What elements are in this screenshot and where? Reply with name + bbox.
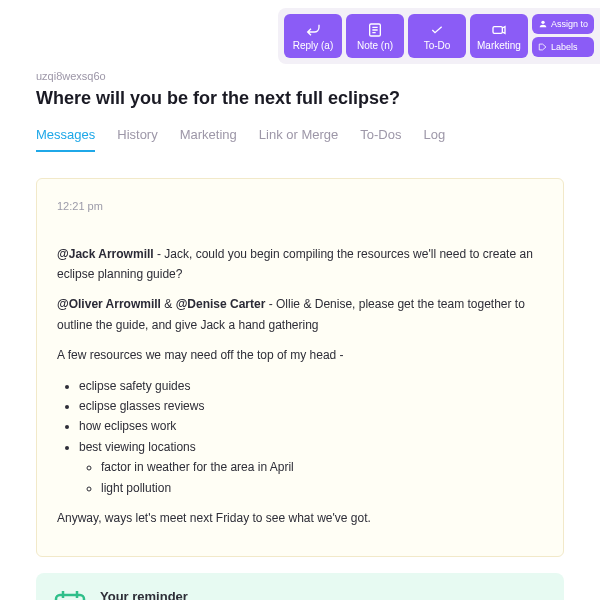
list-item: best viewing locations factor in weather… <box>79 437 543 498</box>
svg-rect-3 <box>56 595 84 600</box>
note-icon <box>367 22 383 38</box>
tabs: Messages History Marketing Link or Merge… <box>36 127 564 152</box>
mention-oliver[interactable]: @Oliver Arrowmill <box>57 297 161 311</box>
tab-marketing[interactable]: Marketing <box>180 127 237 152</box>
svg-point-2 <box>541 21 544 24</box>
message-line: @Oliver Arrowmill & @Denise Carter - Oll… <box>57 294 543 335</box>
mention-jack[interactable]: @Jack Arrowmill <box>57 247 154 261</box>
reminder-card: Your reminder You have a reminder set fo… <box>36 573 564 600</box>
message-outro: Anyway, ways let's meet next Friday to s… <box>57 508 543 528</box>
marketing-icon <box>491 22 507 38</box>
svg-rect-1 <box>493 26 502 33</box>
message-time: 12:21 pm <box>57 197 543 216</box>
message-intro: A few resources we may need off the top … <box>57 345 543 365</box>
mention-denise[interactable]: @Denise Carter <box>176 297 266 311</box>
reply-label: Reply (a) <box>293 40 334 51</box>
reminder-body: Your reminder You have a reminder set fo… <box>100 589 397 600</box>
list-item: light pollution <box>101 478 543 498</box>
list-item: how eclipses work <box>79 416 543 436</box>
tab-history[interactable]: History <box>117 127 157 152</box>
action-toolbar: Reply (a) Note (n) To-Do Marketing Assig… <box>278 8 600 64</box>
tab-todos[interactable]: To-Dos <box>360 127 401 152</box>
ticket-id: uzqi8wexsq6o <box>36 70 564 82</box>
reply-icon <box>305 22 321 38</box>
message-text: & <box>161 297 176 311</box>
label-icon <box>538 42 548 52</box>
note-label: Note (n) <box>357 40 393 51</box>
list-item-text: best viewing locations <box>79 440 196 454</box>
message-line: @Jack Arrowmill - Jack, could you begin … <box>57 244 543 285</box>
list-item: factor in weather for the area in April <box>101 457 543 477</box>
check-icon <box>429 22 445 38</box>
resource-list: eclipse safety guides eclipse glasses re… <box>79 376 543 498</box>
user-icon <box>538 19 548 29</box>
tab-messages[interactable]: Messages <box>36 127 95 152</box>
assign-button[interactable]: Assign to <box>532 14 594 34</box>
labels-label: Labels <box>551 42 578 52</box>
list-item: eclipse safety guides <box>79 376 543 396</box>
tab-log[interactable]: Log <box>423 127 445 152</box>
message-note: 12:21 pm @Jack Arrowmill - Jack, could y… <box>36 178 564 557</box>
labels-button[interactable]: Labels <box>532 37 594 57</box>
toolbar-extra: Assign to Labels <box>532 14 594 58</box>
main-content: uzqi8wexsq6o Where will you be for the n… <box>0 0 600 600</box>
ticket-title: Where will you be for the next full ecli… <box>36 88 564 109</box>
todo-button[interactable]: To-Do <box>408 14 466 58</box>
reply-button[interactable]: Reply (a) <box>284 14 342 58</box>
assign-label: Assign to <box>551 19 588 29</box>
note-button[interactable]: Note (n) <box>346 14 404 58</box>
reminder-title: Your reminder <box>100 589 397 600</box>
marketing-button[interactable]: Marketing <box>470 14 528 58</box>
list-item: eclipse glasses reviews <box>79 396 543 416</box>
tab-link-merge[interactable]: Link or Merge <box>259 127 338 152</box>
calendar-check-icon <box>54 589 86 600</box>
todo-label: To-Do <box>424 40 451 51</box>
marketing-label: Marketing <box>477 40 521 51</box>
